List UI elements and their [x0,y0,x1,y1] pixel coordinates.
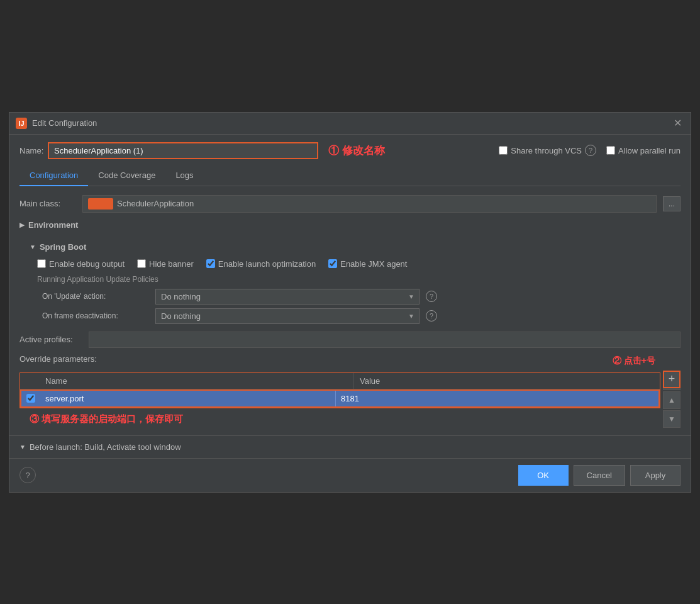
main-class-label: Main class: [19,199,76,208]
param-row-0-value[interactable]: 8181 [336,391,658,406]
params-table: Name Value server.port 8181 [19,372,660,408]
param-row-0-name[interactable]: server.port [40,391,336,406]
param-row-0: server.port 8181 [20,389,660,408]
debug-output-checkbox[interactable]: Enable debug output [37,259,125,269]
debug-output-label: Enable debug output [49,259,125,269]
active-profiles-input[interactable] [89,332,681,348]
on-frame-select[interactable]: Do nothing Update resources Update class… [155,308,419,324]
on-update-label: On 'Update' action: [42,292,149,301]
dialog-title: Edit Configuration [32,118,665,128]
tabs: Configuration Code Coverage Logs [19,165,681,186]
tab-logs[interactable]: Logs [165,165,203,186]
close-button[interactable]: ✕ [670,116,684,130]
edit-configuration-dialog: IJ Edit Configuration ✕ Name: document.q… [9,112,691,493]
add-param-btn[interactable]: + [663,371,681,388]
share-vcs-input[interactable] [499,146,508,155]
hide-banner-label: Hide banner [149,259,194,269]
annotation-3: ③ 填写服务器的启动端口，保存即可 [19,413,660,425]
environment-label: Environment [28,220,78,230]
on-frame-help-icon[interactable]: ? [426,310,437,322]
on-frame-select-wrapper: Do nothing Update resources Update class… [155,308,419,324]
on-update-row: On 'Update' action: Do nothing Update re… [37,289,681,305]
main-class-value: SchedulerApplication [117,199,194,208]
active-profiles-label: Active profiles: [19,335,82,344]
annotation-2: ② 点击+号 [613,355,655,367]
main-class-row: Main class: SchedulerApplication ... [19,195,681,213]
help-button[interactable]: ? [19,467,36,483]
spring-boot-triangle: ▼ [30,243,36,250]
on-frame-row: On frame deactivation: Do nothing Update… [37,308,681,324]
parallel-run-label: Allow parallel run [618,146,681,155]
parallel-run-input[interactable] [606,146,615,155]
table-actions: + − ▲ ▼ [663,372,681,428]
on-update-help-icon[interactable]: ? [426,291,437,302]
before-launch-section: ▼ Before launch: Build, Activate tool wi… [9,435,691,458]
spring-boot-section: ▼ Spring Boot Enable debug output Hide b… [19,240,681,324]
param-row-0-checkbox[interactable] [26,394,35,403]
override-label: Override parameters: [19,354,97,364]
title-bar: IJ Edit Configuration ✕ [9,113,691,135]
tab-configuration[interactable]: Configuration [19,165,88,186]
on-update-select-wrapper: Do nothing Update resources Update class… [155,289,419,305]
before-launch-triangle[interactable]: ▼ [19,444,26,450]
environment-header[interactable]: ▶ Environment [19,218,681,232]
before-launch-label: Before launch: Build, Activate tool wind… [30,442,181,452]
launch-optimization-label: Enable launch optimization [218,259,316,269]
dialog-footer: ? OK Cancel Apply [9,458,691,492]
tab-code-coverage[interactable]: Code Coverage [88,165,165,186]
col-name-header: Name [39,373,353,389]
apply-button[interactable]: Apply [630,465,681,486]
policies-label: Running Application Update Policies [37,275,681,284]
annotation-1: ① 修改名称 [328,143,385,158]
environment-section: ▶ Environment [19,218,681,232]
scroll-up-btn[interactable]: ▲ [663,391,681,409]
cancel-button[interactable]: Cancel [574,465,625,486]
hide-banner-input[interactable] [137,259,146,268]
parallel-run-checkbox[interactable]: Allow parallel run [606,146,681,155]
name-input[interactable] [48,142,318,159]
spring-boot-header[interactable]: ▼ Spring Boot [30,240,681,254]
share-vcs-checkbox[interactable]: Share through VCS ? [499,145,596,156]
debug-output-input[interactable] [37,259,46,268]
footer-buttons: OK Cancel Apply [518,465,681,486]
active-profiles-row: Active profiles: [19,332,681,348]
launch-optimization-checkbox[interactable]: Enable launch optimization [206,259,316,269]
on-frame-label: On frame deactivation: [42,311,149,320]
jmx-agent-checkbox[interactable]: Enable JMX agent [328,259,407,269]
share-help-icon[interactable]: ? [585,145,596,156]
main-class-browse-btn[interactable]: ... [663,196,681,211]
app-icon: IJ [16,118,27,129]
environment-triangle: ▶ [19,221,25,228]
share-vcs-label: Share through VCS [511,146,582,155]
col-value-header: Value [353,373,660,389]
ok-button[interactable]: OK [518,465,569,486]
jmx-agent-label: Enable JMX agent [340,259,407,269]
dialog-body: Name: document.querySelector('[data-name… [9,135,691,435]
name-label: Name: [19,146,48,155]
params-table-header: Name Value [20,373,660,389]
table-with-buttons: Name Value server.port 8181 ③ 填写服务器的启动端口… [19,372,681,428]
launch-optimization-input[interactable] [206,259,215,268]
jmx-agent-input[interactable] [328,259,337,268]
scroll-down-btn[interactable]: ▼ [663,410,681,428]
param-row-0-check [21,391,40,405]
override-section: Override parameters: ② 点击+号 Name Value [19,354,681,428]
on-update-select[interactable]: Do nothing Update resources Update class… [155,289,419,305]
spring-boot-label: Spring Boot [40,242,86,252]
hide-banner-checkbox[interactable]: Hide banner [137,259,194,269]
